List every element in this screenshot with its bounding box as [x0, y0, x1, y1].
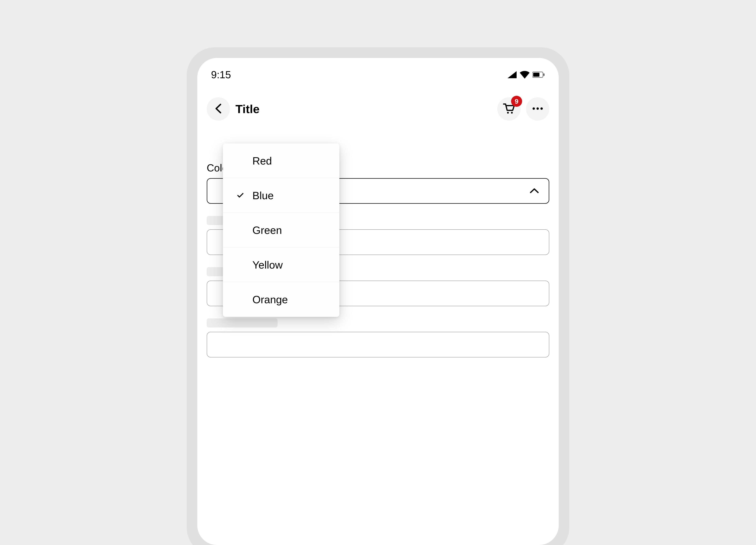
- cellular-icon: [507, 71, 517, 79]
- chevron-up-icon: [529, 187, 539, 194]
- dropdown-option-yellow[interactable]: Yellow: [223, 247, 339, 282]
- status-time: 9:15: [211, 69, 231, 81]
- dropdown-option-label: Yellow: [252, 259, 283, 271]
- svg-point-4: [511, 112, 513, 114]
- more-button[interactable]: [526, 97, 549, 121]
- cart-button[interactable]: 9: [497, 97, 521, 121]
- dropdown-option-label: Red: [252, 155, 272, 167]
- dropdown-option-green[interactable]: Green: [223, 213, 339, 247]
- color-dropdown: Red Blue Green: [223, 143, 339, 317]
- placeholder-input[interactable]: [207, 332, 549, 358]
- battery-icon: [532, 71, 545, 78]
- form-content: Color Red: [197, 126, 559, 358]
- phone-screen: 9:15: [197, 58, 559, 545]
- dropdown-option-label: Green: [252, 224, 282, 236]
- svg-point-6: [536, 107, 539, 110]
- top-bar: Title 9: [197, 91, 559, 126]
- svg-point-3: [507, 112, 509, 114]
- more-horizontal-icon: [532, 107, 543, 111]
- dropdown-option-red[interactable]: Red: [223, 143, 339, 178]
- status-bar: 9:15: [197, 58, 559, 85]
- svg-rect-1: [533, 73, 539, 77]
- wifi-icon: [519, 71, 530, 79]
- dropdown-option-orange[interactable]: Orange: [223, 282, 339, 317]
- back-button[interactable]: [207, 97, 230, 121]
- check-icon: [237, 193, 244, 198]
- dropdown-option-label: Orange: [252, 294, 288, 306]
- svg-point-7: [540, 107, 543, 110]
- dropdown-option-label: Blue: [252, 189, 274, 201]
- svg-point-5: [533, 107, 535, 110]
- svg-rect-2: [543, 73, 545, 76]
- cart-badge: 9: [511, 96, 522, 107]
- phone-frame: 9:15: [187, 47, 569, 545]
- dropdown-option-blue[interactable]: Blue: [223, 178, 339, 213]
- page-title: Title: [235, 102, 492, 116]
- status-icons: [507, 71, 545, 79]
- chevron-left-icon: [215, 104, 222, 114]
- placeholder-label: [207, 319, 278, 328]
